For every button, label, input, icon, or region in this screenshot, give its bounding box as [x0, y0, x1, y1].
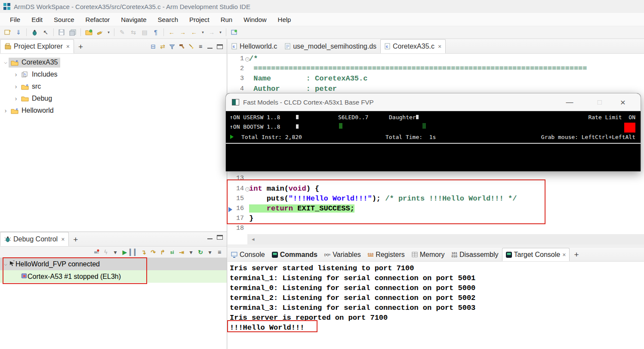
- tree-item-includes[interactable]: ›hIncludes: [0, 68, 227, 80]
- minimize-icon[interactable]: [207, 235, 213, 239]
- menu-source[interactable]: Source: [48, 14, 80, 25]
- dropdown[interactable]: ▾: [186, 248, 196, 256]
- code-line-16[interactable]: 16 return EXIT_SUCCESS;: [228, 204, 644, 214]
- debug-row-1[interactable]: Cortex-A53 #1 stopped (EL3h): [0, 270, 227, 283]
- tab-memory[interactable]: Memory: [408, 248, 448, 261]
- minimize-icon[interactable]: [207, 45, 213, 49]
- dropdown[interactable]: ▾: [111, 248, 120, 256]
- fvp-close-icon[interactable]: ×: [616, 97, 629, 108]
- link-editor-icon[interactable]: ⇄: [158, 42, 167, 51]
- back-history-icon[interactable]: ←: [166, 28, 177, 37]
- open-task-icon[interactable]: [83, 28, 94, 37]
- code-line-14[interactable]: 14−int main(void) {: [228, 185, 644, 195]
- menu-run[interactable]: Run: [215, 14, 238, 25]
- code-line-13[interactable]: 13: [228, 174, 644, 184]
- tree-item-coretexa35[interactable]: ⌵cCoretexA35: [0, 56, 227, 68]
- fvp-title-bar[interactable]: Fast Models - CLCD Cortex-A53x1 Base FVP…: [226, 93, 641, 111]
- step-return-icon[interactable]: ↱: [158, 248, 167, 256]
- scroll-left-icon[interactable]: ◂: [252, 236, 255, 242]
- disconnect-icon[interactable]: [92, 248, 101, 256]
- import-icon[interactable]: ⇓: [13, 28, 24, 37]
- forward-disabled-icon: →: [206, 28, 217, 37]
- interrupt-icon[interactable]: ▎▎: [129, 248, 139, 256]
- debug-row-0[interactable]: ⌵HelloWorld_FVP connected: [0, 258, 227, 270]
- horizontal-scrollbar[interactable]: ◂: [247, 234, 644, 244]
- tab-commands[interactable]: Commands: [268, 248, 321, 261]
- expand-icon[interactable]: ›: [13, 83, 19, 90]
- menu-search[interactable]: Search: [152, 14, 184, 25]
- usersw-label: ↑ON USERSW 1..8: [230, 114, 280, 120]
- filter-icon[interactable]: [167, 42, 177, 51]
- maximize-icon[interactable]: [217, 235, 223, 240]
- menu-window[interactable]: Window: [238, 14, 272, 25]
- step-over-icon[interactable]: ↷: [148, 248, 158, 256]
- new-view-tab-button[interactable]: +: [74, 42, 87, 53]
- tree-item-debug[interactable]: ›Debug: [0, 93, 227, 105]
- tree-item-helloworld[interactable]: ›cHelloworld: [0, 105, 227, 117]
- view-menu-icon[interactable]: ≡: [196, 42, 205, 51]
- step-instruction-icon[interactable]: si: [167, 248, 177, 256]
- close-icon[interactable]: ×: [562, 251, 566, 258]
- dropdown[interactable]: ▾: [218, 28, 223, 37]
- debug-icon[interactable]: [29, 28, 40, 37]
- expand-icon[interactable]: ›: [13, 71, 19, 78]
- fvp-maximize-icon[interactable]: □: [593, 97, 606, 108]
- tab-disassembly[interactable]: 101010Disassembly: [448, 248, 502, 261]
- collapse-icon[interactable]: ⌵: [3, 60, 9, 65]
- maximize-icon[interactable]: [217, 44, 223, 49]
- tab-registers[interactable]: 010Registers: [364, 248, 408, 261]
- restart-icon[interactable]: ↻: [196, 248, 205, 256]
- collapse-all-icon[interactable]: ⊟: [148, 42, 158, 51]
- menu-file[interactable]: File: [4, 14, 26, 25]
- sash[interactable]: [228, 244, 644, 248]
- new-view-tab-button[interactable]: +: [570, 250, 583, 261]
- step-into-icon[interactable]: ↴: [139, 248, 148, 256]
- menu-edit[interactable]: Edit: [26, 14, 48, 25]
- show-whitespace-icon[interactable]: ¶: [151, 28, 161, 37]
- dropdown[interactable]: ▾: [106, 28, 111, 37]
- code-line-1[interactable]: 1−/*: [228, 55, 644, 65]
- collapse-icon[interactable]: ⌵: [3, 262, 9, 267]
- expand-icon[interactable]: ›: [3, 107, 9, 114]
- menu-refactor[interactable]: Refactor: [80, 14, 116, 25]
- editor-tab-helloworld-c[interactable]: cHelloworld.c: [228, 39, 281, 53]
- menu-navigate[interactable]: Navigate: [115, 14, 152, 25]
- menu-help[interactable]: Help: [272, 14, 297, 25]
- new-wizard-icon[interactable]: ✶: [2, 28, 12, 37]
- editor-tab-coretexa35-c[interactable]: cCoretexA35.c×: [380, 39, 446, 53]
- forward-history-icon[interactable]: →: [178, 28, 188, 37]
- code-line-15[interactable]: 15 puts("!!!Hello World!!!"); /* prints …: [228, 195, 644, 204]
- save-icon[interactable]: [56, 28, 67, 37]
- back-icon[interactable]: ←: [189, 28, 199, 37]
- tab-variables[interactable]: (x)=Variables: [321, 248, 364, 261]
- expand-icon[interactable]: ›: [13, 95, 19, 102]
- target-console-output[interactable]: Iris server started listening to port 71…: [228, 262, 644, 349]
- code-line-3[interactable]: 3 Name : CoretexA35.c: [228, 74, 644, 84]
- editor-tab-use-model-semihosting-ds[interactable]: use_model_semihosting.ds: [281, 39, 380, 53]
- tree-item-src[interactable]: ›csrc: [0, 80, 227, 93]
- highlight-pen-icon[interactable]: [95, 28, 105, 37]
- view-menu-icon[interactable]: ≡: [215, 248, 224, 256]
- dropdown[interactable]: ▾: [205, 248, 215, 256]
- code-line-17[interactable]: 17}: [228, 214, 644, 224]
- build-icon[interactable]: [177, 42, 186, 51]
- code-line-2[interactable]: 2 ======================================…: [228, 65, 644, 74]
- tab-debug-control[interactable]: Debug Control ×: [0, 232, 69, 246]
- tab-console[interactable]: Console: [228, 248, 268, 261]
- menu-project[interactable]: Project: [184, 14, 215, 25]
- new-view-tab-button[interactable]: +: [69, 235, 82, 246]
- save-all-icon[interactable]: [68, 28, 78, 37]
- close-icon[interactable]: ×: [66, 43, 70, 50]
- code-line-18[interactable]: 18: [228, 224, 644, 234]
- clean-icon[interactable]: [186, 42, 196, 51]
- tab-project-explorer[interactable]: Project Explorer ×: [0, 39, 74, 53]
- run-to-icon[interactable]: ⇥: [177, 248, 186, 256]
- close-icon[interactable]: ×: [438, 43, 441, 50]
- close-icon[interactable]: ×: [61, 236, 65, 243]
- fvp-minimize-icon[interactable]: —: [563, 97, 576, 108]
- continue-icon[interactable]: ▶: [120, 248, 129, 256]
- pointer-select-icon[interactable]: ↖: [40, 28, 51, 37]
- pin-editor-icon[interactable]: [229, 28, 239, 37]
- tab-target-console[interactable]: Target Console×: [502, 248, 570, 261]
- dropdown[interactable]: ▾: [200, 28, 206, 37]
